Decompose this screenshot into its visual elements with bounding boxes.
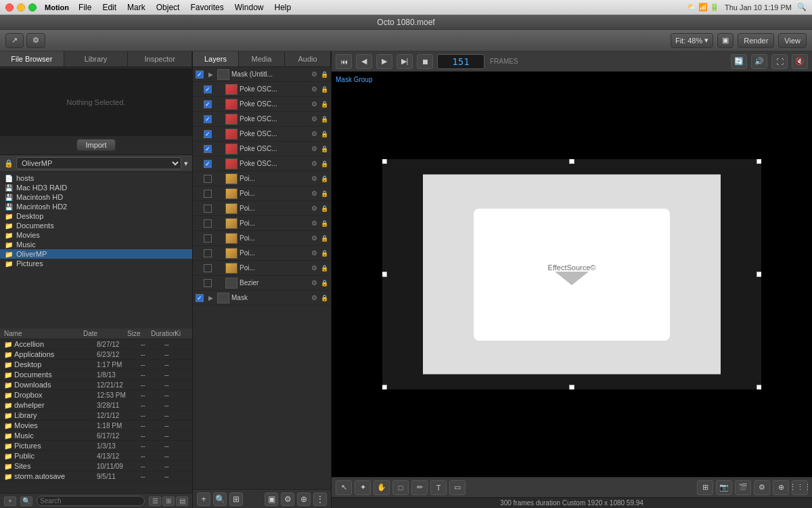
handle-top-left[interactable]	[382, 159, 387, 164]
layer-gear-icon[interactable]: ⚙	[311, 264, 317, 272]
stop-btn[interactable]: ⏹	[417, 54, 433, 69]
layer-gear-icon[interactable]: ⚙	[311, 145, 317, 152]
preview-button[interactable]: ▣	[265, 492, 278, 506]
next-frame-btn[interactable]: ▶|	[397, 54, 413, 69]
add-layer-button[interactable]: +	[197, 492, 210, 506]
layer-gear-icon[interactable]: ⚙	[311, 70, 317, 78]
expand-button[interactable]: ⊕	[297, 492, 311, 506]
column-view-button[interactable]: ▤	[176, 496, 188, 506]
transform-tool[interactable]: ✦	[355, 480, 371, 495]
layer-checkbox[interactable]: ✓	[196, 70, 204, 79]
handle-bottom-left[interactable]	[382, 385, 387, 389]
toolbar-action-btn[interactable]: ⚙	[26, 33, 45, 48]
handle-bottom-mid[interactable]	[569, 385, 574, 389]
fb-item-olivermp[interactable]: 📁 OliverMP	[0, 249, 192, 259]
file-list-item[interactable]: 📁 Applications 6/23/12 -- --	[0, 350, 192, 360]
maximize-button[interactable]	[28, 3, 37, 12]
layer-checkbox[interactable]: ✓	[204, 145, 212, 153]
fb-item-movies[interactable]: 📁 Movies	[0, 230, 192, 240]
location-dropdown[interactable]: OliverMP	[16, 157, 181, 169]
layer-gear-icon[interactable]: ⚙	[311, 160, 317, 167]
audio-btn[interactable]: 🔊	[751, 54, 767, 69]
mask-tool[interactable]: ▭	[449, 480, 466, 495]
search-input[interactable]	[37, 496, 145, 506]
tab-library[interactable]: Library	[64, 51, 129, 66]
file-list-item[interactable]: 📁 Dropbox 12:53 PM -- --	[0, 390, 192, 400]
layer-checkbox[interactable]	[204, 264, 212, 272]
expand-btn2[interactable]: ⊕	[773, 480, 789, 495]
menu-favorites[interactable]: Favorites	[186, 1, 227, 14]
settings-btn2[interactable]: ⚙	[754, 480, 770, 495]
layer-gear-icon[interactable]: ⚙	[311, 115, 317, 123]
layer-gear-icon[interactable]: ⚙	[311, 294, 317, 301]
layer-gear-icon[interactable]: ⚙	[311, 219, 317, 227]
file-list-item[interactable]: 📁 Accellion 8/27/12 -- --	[0, 339, 192, 350]
more-button[interactable]: ⋮	[313, 492, 327, 506]
layer-gear-icon[interactable]: ⚙	[311, 190, 317, 197]
file-list-item[interactable]: 📁 Public 4/13/12 -- --	[0, 451, 192, 461]
handle-top-right[interactable]	[757, 159, 761, 164]
tab-file-browser[interactable]: File Browser	[0, 51, 64, 66]
layer-gear-icon[interactable]: ⚙	[311, 175, 317, 182]
handle-mid-right[interactable]	[757, 272, 761, 277]
grid-view-button[interactable]: ⊞	[162, 496, 175, 506]
layer-item[interactable]: ✓ Poke OSC... ⚙ 🔒	[193, 112, 331, 127]
layer-gear-icon[interactable]: ⚙	[311, 85, 317, 93]
fb-item-desktop[interactable]: 📁 Desktop	[0, 211, 192, 221]
fb-item-mac-hd2[interactable]: 💾 Macintosh HD2	[0, 202, 192, 211]
grid-button[interactable]: ⊞	[229, 492, 243, 506]
grid-view-btn[interactable]: ⊞	[697, 480, 713, 495]
layer-item[interactable]: Poi... ⚙ 🔒	[193, 246, 331, 261]
text-tool[interactable]: T	[430, 480, 447, 495]
menu-file[interactable]: File	[74, 1, 95, 14]
import-button[interactable]: Import	[76, 139, 115, 151]
file-list-item[interactable]: 📁 Sites 10/11/09 -- --	[0, 461, 192, 471]
handle-bottom-right[interactable]	[757, 385, 761, 389]
menu-help[interactable]: Help	[270, 1, 295, 14]
layer-gear-icon[interactable]: ⚙	[311, 279, 317, 287]
handle-top-mid[interactable]	[569, 159, 574, 164]
layer-gear-icon[interactable]: ⚙	[311, 130, 317, 137]
fullscreen-btn[interactable]: ⛶	[771, 54, 788, 69]
layer-item[interactable]: ✓ ▶ Mask ⚙ 🔒	[193, 291, 331, 305]
layer-item[interactable]: ✓ Poke OSC... ⚙ 🔒	[193, 142, 331, 156]
fb-item-mac-hd[interactable]: 💾 Macintosh HD	[0, 192, 192, 202]
layer-item[interactable]: Poi... ⚙ 🔒	[193, 186, 331, 201]
minimize-button[interactable]	[17, 3, 25, 12]
col-duration-header[interactable]: Duration	[151, 330, 175, 337]
render-btn[interactable]: Render	[738, 33, 774, 48]
tab-media[interactable]: Media	[239, 51, 285, 66]
camera-btn[interactable]: 📷	[716, 480, 732, 495]
columns-btn[interactable]: ⋮⋮⋮	[792, 480, 808, 495]
file-list-item[interactable]: 📁 dwhelper 3/28/11 -- --	[0, 400, 192, 410]
layer-gear-icon[interactable]: ⚙	[311, 100, 317, 108]
layer-item[interactable]: ✓ Poke OSC... ⚙ 🔒	[193, 156, 331, 171]
close-button[interactable]	[5, 3, 14, 12]
file-list-item[interactable]: 📁 Library 12/1/12 -- --	[0, 410, 192, 421]
layer-checkbox[interactable]	[204, 190, 212, 198]
menu-object[interactable]: Object	[152, 1, 184, 14]
fit-dropdown[interactable]: Fit: 48% ▾	[671, 33, 713, 48]
col-name-header[interactable]: Name	[4, 330, 83, 337]
tab-inspector[interactable]: Inspector	[128, 51, 192, 66]
layer-checkbox[interactable]	[204, 175, 212, 183]
layer-checkbox[interactable]	[204, 205, 212, 213]
play-btn[interactable]: ⏮	[336, 54, 352, 69]
menu-edit[interactable]: Edit	[98, 1, 120, 14]
file-list-item[interactable]: 📁 Music 6/17/12 -- --	[0, 431, 192, 441]
col-date-header[interactable]: Date	[83, 330, 127, 337]
layer-item[interactable]: ✓ Poke OSC... ⚙ 🔒	[193, 82, 331, 97]
layer-item[interactable]: ✓ Poke OSC... ⚙ 🔒	[193, 127, 331, 142]
layer-item[interactable]: Poi... ⚙ 🔒	[193, 261, 331, 276]
layer-gear-icon[interactable]: ⚙	[311, 234, 317, 242]
file-list-item[interactable]: 📁 Downloads 12/21/12 -- --	[0, 380, 192, 390]
fb-item-mac-hd3[interactable]: 💾 Mac HD3 RAID	[0, 183, 192, 192]
file-list-item[interactable]: 📁 storm.autosave 9/5/11 -- --	[0, 471, 192, 482]
mute-btn[interactable]: 🔇	[792, 54, 808, 69]
list-view-button[interactable]: ☰	[149, 496, 161, 506]
shape-tool[interactable]: □	[392, 480, 409, 495]
pan-tool[interactable]: ✋	[374, 480, 390, 495]
tab-layers[interactable]: Layers	[193, 51, 239, 66]
pen-tool[interactable]: ✏	[411, 480, 428, 495]
render-btn2[interactable]: 🎬	[735, 480, 751, 495]
